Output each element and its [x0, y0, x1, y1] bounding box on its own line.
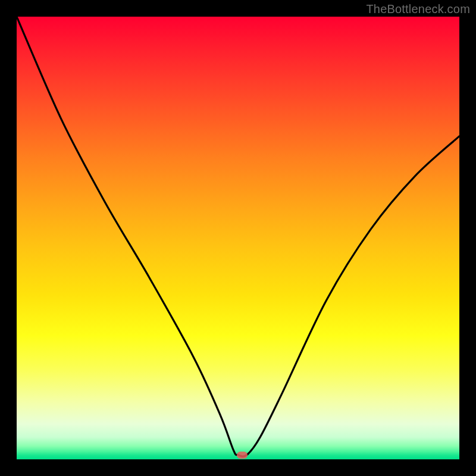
bottleneck-curve [17, 17, 459, 459]
chart-frame: TheBottleneck.com [0, 0, 476, 476]
optimum-marker [237, 452, 248, 459]
watermark: TheBottleneck.com [366, 2, 470, 16]
plot-area [17, 17, 459, 459]
